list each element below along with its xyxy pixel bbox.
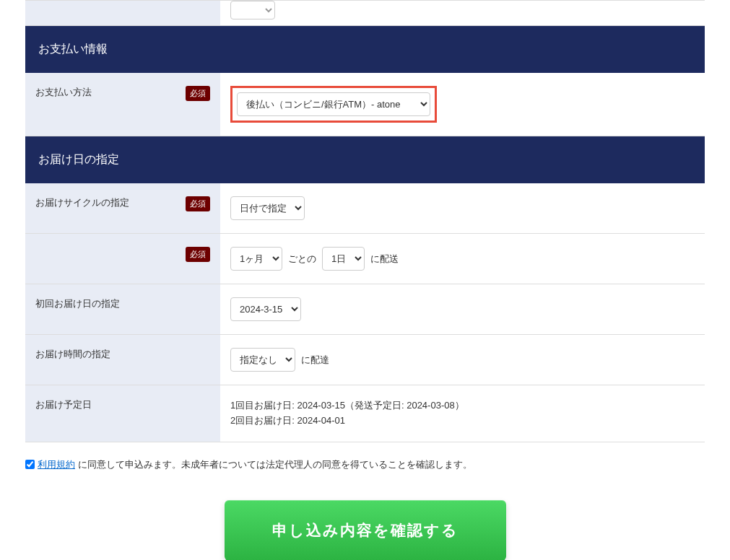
delivery-schedule-line-2: 2回目お届け日: 2024-04-01 (230, 414, 464, 429)
payment-method-select[interactable]: 後払い（コンビニ/銀行ATM）- atone (237, 92, 430, 116)
interval-day-select[interactable]: 1日 (322, 247, 365, 271)
first-delivery-date-label: 初回お届け日の指定 (35, 297, 120, 310)
payment-method-label: お支払い方法 (35, 86, 92, 99)
interval-text-2: に配送 (370, 253, 399, 266)
delivery-time-label: お届け時間の指定 (35, 348, 110, 361)
terms-agree-checkbox[interactable] (25, 460, 35, 469)
agreement-text: に同意して申込みます。未成年者については法定代理人の同意を得ていることを確認しま… (78, 458, 472, 471)
interval-text-1: ごとの (288, 253, 316, 266)
delivery-section-header: お届け日の指定 (25, 136, 705, 183)
payment-section-header: お支払い情報 (25, 26, 705, 73)
interval-months-select[interactable]: 1ヶ月 (230, 247, 282, 271)
delivery-cycle-select[interactable]: 日付で指定 (230, 196, 305, 220)
delivery-schedule-label: お届け予定日 (35, 398, 92, 411)
required-badge: 必須 (186, 196, 210, 211)
delivery-time-select[interactable]: 指定なし (230, 348, 295, 372)
required-badge: 必須 (186, 86, 210, 101)
partial-top-select[interactable] (230, 1, 275, 19)
required-badge: 必須 (186, 247, 210, 262)
confirm-submit-button[interactable]: 申し込み内容を確認する (225, 500, 506, 560)
first-delivery-date-select[interactable]: 2024-3-15 (230, 297, 301, 321)
payment-method-highlight: 後払い（コンビニ/銀行ATM）- atone (230, 86, 437, 123)
terms-link[interactable]: 利用規約 (38, 458, 75, 471)
delivery-cycle-label: お届けサイクルの指定 (35, 196, 129, 209)
delivery-schedule-line-1: 1回目お届け日: 2024-03-15（発送予定日: 2024-03-08） (230, 398, 464, 414)
delivery-time-text: に配達 (301, 354, 329, 367)
